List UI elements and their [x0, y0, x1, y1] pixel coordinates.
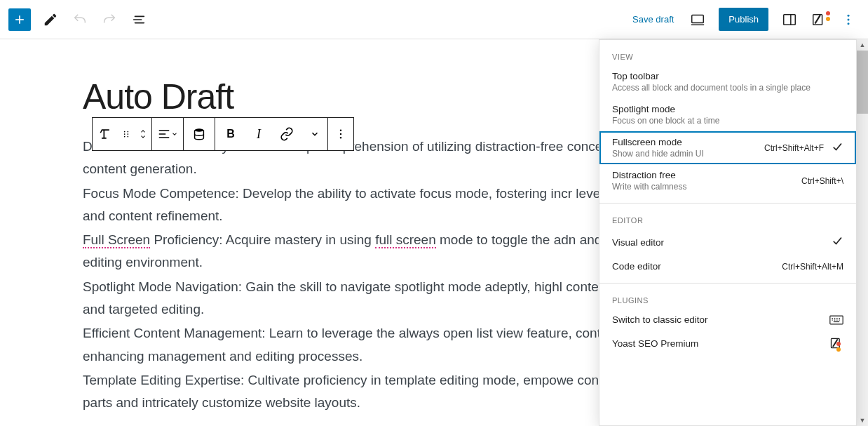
keyboard-icon: [828, 315, 843, 325]
svg-point-22: [195, 128, 204, 132]
topbar-right: Save draft Publish: [632, 6, 862, 34]
redo-button[interactable]: [95, 6, 123, 34]
scrollbar[interactable]: ▲ ▼: [857, 39, 868, 426]
svg-point-18: [127, 136, 128, 138]
scroll-down-icon[interactable]: ▼: [857, 415, 868, 426]
check-icon: [831, 140, 843, 156]
menu-item-visual-editor[interactable]: Visual editor: [599, 229, 856, 255]
move-updown-button[interactable]: [135, 118, 151, 150]
svg-point-25: [340, 137, 341, 138]
svg-point-17: [127, 133, 128, 135]
svg-point-15: [124, 136, 126, 138]
bold-button[interactable]: B: [215, 118, 246, 150]
add-block-button[interactable]: [8, 8, 31, 31]
align-button[interactable]: [152, 118, 183, 150]
menu-item-classic-editor[interactable]: Switch to classic editor: [599, 309, 856, 331]
svg-point-16: [127, 131, 128, 133]
grammar-underline: full screen: [375, 232, 436, 248]
svg-point-12: [848, 22, 850, 25]
settings-sidebar-button[interactable]: [775, 6, 803, 34]
document-overview-button[interactable]: [125, 6, 153, 34]
more-rich-text-button[interactable]: [302, 118, 327, 150]
block-type-button[interactable]: [93, 118, 118, 150]
svg-point-10: [848, 14, 850, 16]
menu-item-top-toolbar[interactable]: Top toolbar Access all block and documen…: [599, 65, 856, 98]
menu-item-fullscreen[interactable]: Fullscreen mode Show and hide admin UI C…: [599, 131, 856, 164]
yoast-button[interactable]: [805, 6, 833, 34]
svg-rect-7: [784, 14, 796, 25]
options-menu-button[interactable]: [834, 6, 862, 34]
menu-item-code-editor[interactable]: Code editor Ctrl+Shift+Alt+M: [599, 255, 856, 277]
block-toolbar: B I: [92, 117, 354, 151]
svg-point-14: [124, 133, 126, 135]
heading-level-button[interactable]: [184, 118, 215, 150]
svg-point-13: [124, 131, 126, 133]
block-options-button[interactable]: [328, 118, 353, 150]
tools-button[interactable]: [36, 6, 65, 34]
grammar-underline: Full Screen: [83, 232, 150, 248]
topbar-left: [6, 6, 153, 34]
svg-point-24: [340, 133, 341, 135]
save-draft-button[interactable]: Save draft: [632, 14, 674, 25]
scrollbar-thumb[interactable]: [857, 51, 868, 114]
scroll-up-icon[interactable]: ▲: [857, 39, 868, 51]
menu-item-distraction-free[interactable]: Distraction free Write with calmness Ctr…: [599, 164, 856, 197]
options-dropdown: View Top toolbar Access all block and do…: [599, 39, 857, 426]
menu-section-view: View: [599, 40, 856, 65]
svg-point-11: [848, 18, 850, 20]
svg-rect-5: [692, 15, 704, 22]
link-button[interactable]: [271, 118, 302, 150]
menu-item-spotlight[interactable]: Spotlight mode Focus on one block at a t…: [599, 98, 856, 131]
keyboard-shortcut: Ctrl+Shift+Alt+M: [782, 262, 843, 272]
keyboard-shortcut: Ctrl+Shift+\: [801, 176, 843, 186]
drag-handle-button[interactable]: [118, 118, 135, 150]
preview-button[interactable]: [684, 6, 712, 34]
editor-topbar: Save draft Publish: [0, 0, 868, 39]
menu-item-yoast[interactable]: Yoast SEO Premium: [599, 331, 856, 356]
menu-section-plugins: Plugins: [599, 284, 856, 309]
italic-button[interactable]: I: [246, 118, 271, 150]
keyboard-shortcut: Ctrl+Shift+Alt+F: [764, 143, 824, 153]
publish-button[interactable]: Publish: [719, 8, 768, 31]
menu-section-editor: Editor: [599, 204, 856, 229]
check-icon: [831, 234, 843, 250]
yoast-icon: [828, 336, 843, 350]
svg-point-23: [340, 130, 341, 131]
undo-button[interactable]: [66, 6, 94, 34]
yoast-status-dots-icon: [826, 11, 830, 21]
